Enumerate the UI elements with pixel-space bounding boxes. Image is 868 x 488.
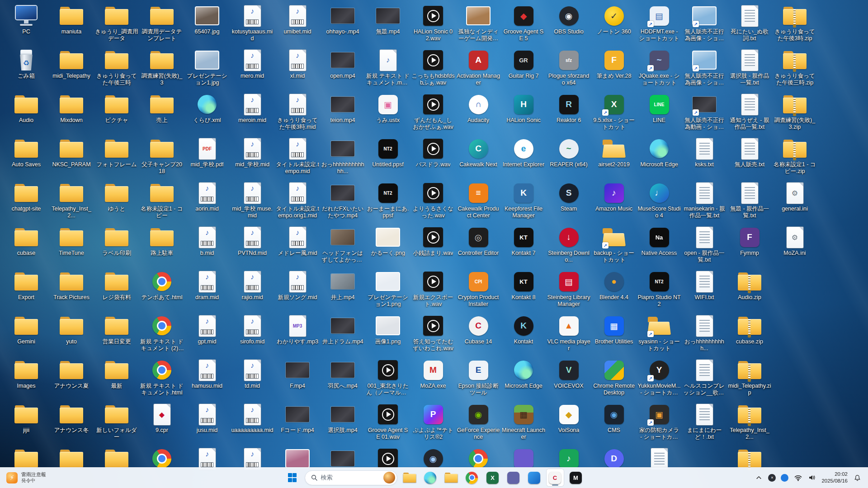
desktop-icon[interactable]: 無人販売.txt xyxy=(728,136,771,179)
desktop-icon[interactable]: きゅうり食ってた午後3時.zip xyxy=(773,3,816,46)
taskbar-app-blue-app[interactable] xyxy=(525,469,543,487)
wifi-icon[interactable] xyxy=(793,473,802,482)
desktop-icon[interactable]: MP3わかりやす.mp3 xyxy=(276,313,319,356)
desktop-icon[interactable]: CPICrypton Product Installer xyxy=(457,268,500,312)
desktop-icon[interactable]: プレゼンテーション1.jpg xyxy=(185,47,229,90)
desktop-icon[interactable]: ~REAPER (x64) xyxy=(547,136,590,179)
desktop-icon[interactable]: ♪xl.mid xyxy=(276,47,319,90)
desktop-icon[interactable]: midi_Telepathy.zip xyxy=(728,357,771,400)
desktop-icon[interactable]: ▦Minecraft Launcher xyxy=(502,401,545,445)
desktop-icon[interactable]: 001_東北きりたん（ノーマル）_今じゃ... xyxy=(366,357,410,400)
desktop-icon[interactable]: ⚙MoZA.ini xyxy=(773,224,816,267)
desktop-icon[interactable]: ♪uaaaaaaaaa.mid xyxy=(231,401,274,445)
desktop-icon[interactable]: ◆VoiSona xyxy=(547,401,590,445)
desktop-icon[interactable]: 選択肢.mp4 xyxy=(321,401,364,445)
taskbar-search[interactable]: 検索 xyxy=(305,470,397,485)
taskbar-app-file-explorer[interactable] xyxy=(401,469,419,487)
desktop-icon[interactable]: LINELINE xyxy=(637,91,681,135)
desktop-icon[interactable]: 死にたい_ぬ歌詞.txt xyxy=(728,3,771,46)
desktop-icon[interactable]: F.mp4 xyxy=(276,357,319,400)
desktop-icon[interactable]: ↗syasinn - ショートカット xyxy=(637,313,681,356)
desktop-icon[interactable]: ♪Amazon Music xyxy=(592,180,636,223)
desktop-icon[interactable]: 無題 - 親作品一覧.txt xyxy=(728,180,771,223)
desktop-icon[interactable]: ♪新規ソング.mid xyxy=(276,268,319,312)
desktop-icon[interactable]: ▲VLC media player xyxy=(547,313,590,356)
desktop-icon[interactable]: 答え知ってたむずいわこれ.wav xyxy=(411,313,455,356)
desktop-icon[interactable]: かるーく.png xyxy=(366,224,410,267)
desktop-icon[interactable]: ●Blender 4.4 xyxy=(592,268,636,312)
tray-app-icon-dark[interactable]: × xyxy=(768,474,776,482)
desktop-icon[interactable]: 新規エクスポート.wav xyxy=(411,268,455,312)
desktop-icon[interactable]: SSteam xyxy=(547,180,590,223)
desktop-icon[interactable]: ↗無人販売不正行為動画 - ショートカット xyxy=(683,91,726,135)
desktop-icon[interactable]: midi_Telepathy xyxy=(50,47,93,90)
desktop-icon[interactable]: 名称未設定1 - コピー.zip xyxy=(773,136,816,179)
desktop-icon[interactable]: ◆9.cpr xyxy=(140,401,184,445)
desktop-icon[interactable]: 無題.mp4 xyxy=(366,3,410,46)
desktop-icon[interactable]: ↗無人販売不正行為画像 - ショートカッ... xyxy=(683,3,726,46)
desktop-icon[interactable]: ◉CMS xyxy=(592,401,636,445)
desktop-icon[interactable]: ♪b.mid xyxy=(185,224,229,267)
desktop-icon[interactable]: ◎Controller Editor xyxy=(457,224,500,267)
desktop-icon[interactable]: open.mp4 xyxy=(321,47,364,90)
desktop-icon[interactable]: ♪dram.mid xyxy=(185,268,229,312)
desktop-icon[interactable]: ♪kotusytuaaus.mid xyxy=(231,3,274,46)
desktop-icon[interactable]: F筆まめ Ver.28 xyxy=(592,47,636,90)
desktop-icon[interactable]: maniuta xyxy=(50,3,93,46)
desktop-icon[interactable]: ▤↗HDDFMT.exe - ショートカット xyxy=(637,3,681,46)
desktop-icon[interactable]: ヘッドフォンはずしてよかった.mp4 xyxy=(321,224,364,267)
desktop-icon[interactable]: CCubase 14 xyxy=(457,313,500,356)
taskbar-app-purple-app[interactable] xyxy=(505,469,523,487)
desktop-icon[interactable]: GRGuitar Rig 7 xyxy=(502,47,545,90)
desktop-icon[interactable]: ♪aorin.mid xyxy=(185,180,229,223)
desktop-icon[interactable]: ゆうと xyxy=(95,180,138,223)
desktop-icon[interactable]: Track Pictures xyxy=(50,268,93,312)
desktop-icon[interactable]: ◉OBS Studio xyxy=(547,3,590,46)
desktop-icon[interactable]: MMoZA.exe xyxy=(411,357,455,400)
desktop-icon[interactable]: 小銭詰まり.wav xyxy=(411,224,455,267)
desktop-icon[interactable]: yuto xyxy=(50,313,93,356)
desktop-icon[interactable]: だれだFXいたいたやつ.mp4 xyxy=(321,180,364,223)
desktop-icon[interactable]: 調査用データテンプレート xyxy=(140,3,184,46)
desktop-icon[interactable]: EEpson 接続診断ツール xyxy=(457,357,500,400)
desktop-icon[interactable]: きゅうり食ってた午後三時.zip xyxy=(773,47,816,90)
desktop-icon[interactable]: jijii xyxy=(5,401,48,445)
desktop-icon[interactable]: cubase xyxy=(5,224,48,267)
desktop-icon[interactable]: Telepathy_Inst_2... xyxy=(728,401,771,445)
taskbar-clock[interactable]: 20:02 2025/08/16 xyxy=(821,471,848,484)
desktop-icon[interactable]: ♪jusu.mid xyxy=(185,401,229,445)
desktop-icon[interactable]: ♪タイトル未設定.tempo.orig1.mid xyxy=(276,180,319,223)
taskbar-weather-widget[interactable]: ⚡ 雷雨注意報 発令中 xyxy=(0,467,52,488)
desktop-icon[interactable]: NT2おーまーまにあ.ppsf xyxy=(366,180,410,223)
search-highlight-image[interactable] xyxy=(383,472,395,483)
taskbar-app-folder[interactable] xyxy=(442,469,460,487)
desktop-icon[interactable]: manisekarin - 親作品一覧.txt xyxy=(683,180,726,223)
desktop-icon[interactable]: 新規 テキスト ドキュメント (2).html xyxy=(140,313,184,356)
desktop-icon[interactable]: ピクチャ xyxy=(95,91,138,135)
desktop-icon[interactable]: 羽尻へ.mp4 xyxy=(321,357,364,400)
desktop-icon[interactable]: Mixdown xyxy=(50,91,93,135)
desktop-icon[interactable]: Images xyxy=(5,357,48,400)
desktop-icon[interactable]: アナウンス夏 xyxy=(50,357,93,400)
desktop-icon[interactable]: ∩Audacity xyxy=(457,91,500,135)
desktop-icon[interactable]: ♻ごみ箱 xyxy=(5,47,48,90)
desktop-icon[interactable]: cubase.zip xyxy=(728,313,771,356)
desktop-icon[interactable]: AActivation Manager xyxy=(457,47,500,90)
desktop-icon[interactable]: Chrome Remote Desktop xyxy=(592,357,636,400)
desktop-icon[interactable]: 孤独なインディーゲーム開発者の一生... xyxy=(457,3,500,46)
desktop-icon[interactable]: ♪タイトル未設定.tempo.mid xyxy=(276,136,319,179)
desktop-icon[interactable]: 路上駐車 xyxy=(140,224,184,267)
desktop-icon[interactable]: こっちもhdsbfdsbふぁ.wav xyxy=(411,47,455,90)
desktop-icon[interactable]: ♪rajio.mid xyxy=(231,268,274,312)
desktop-icon[interactable]: teion.mp4 xyxy=(321,91,364,135)
desktop-icon[interactable]: ♪mero.mid xyxy=(231,47,274,90)
desktop-icon[interactable]: ♪sirofo.mid xyxy=(231,313,274,356)
desktop-icon[interactable]: Microsoft Edge xyxy=(637,136,681,179)
desktop-icon[interactable]: Audio.zip xyxy=(728,268,771,312)
desktop-icon[interactable]: KTKontakt 8 xyxy=(502,268,545,312)
desktop-icon[interactable]: きゅうり食ってた午後三時 xyxy=(95,47,138,90)
desktop-icon[interactable]: eInternet Explorer xyxy=(502,136,545,179)
desktop-icon[interactable]: フォトフレーム xyxy=(95,136,138,179)
desktop-icon[interactable]: TimeTune xyxy=(50,224,93,267)
desktop-icon[interactable]: 父子キャンプ2018 xyxy=(140,136,184,179)
